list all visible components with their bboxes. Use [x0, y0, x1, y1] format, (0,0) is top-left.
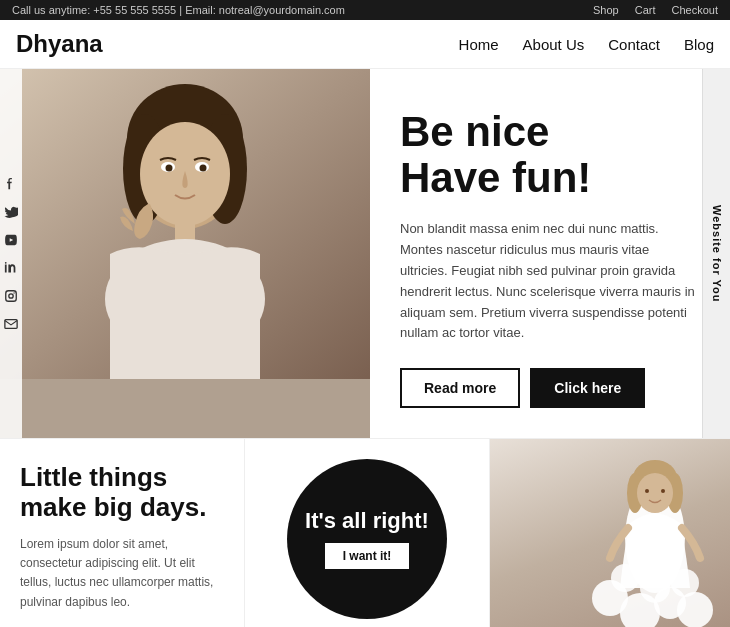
facebook-icon[interactable] — [2, 175, 20, 193]
middle-center: It's all right! I want it! — [245, 439, 490, 627]
youtube-icon[interactable] — [2, 231, 20, 249]
hero-section: Be nice Have fun! Non blandit massa enim… — [0, 69, 730, 438]
svg-point-29 — [637, 473, 673, 513]
read-more-button[interactable]: Read more — [400, 368, 520, 408]
checkout-link[interactable]: Checkout — [672, 4, 718, 16]
svg-point-30 — [645, 489, 649, 493]
email-icon[interactable] — [2, 315, 20, 333]
header: Dhyana Home About Us Contact Blog — [0, 20, 730, 69]
hero-buttons: Read more Click here — [400, 368, 700, 408]
svg-rect-3 — [5, 319, 17, 328]
main-nav: Home About Us Contact Blog — [459, 36, 714, 53]
side-socials — [0, 69, 22, 438]
middle-left-text: Lorem ipsum dolor sit amet, consectetur … — [20, 535, 224, 612]
instagram-icon[interactable] — [2, 287, 20, 305]
cart-link[interactable]: Cart — [635, 4, 656, 16]
svg-rect-0 — [6, 290, 17, 301]
svg-point-2 — [13, 292, 14, 293]
logo[interactable]: Dhyana — [16, 30, 103, 58]
circle-card-title: It's all right! — [305, 509, 429, 533]
nav-about[interactable]: About Us — [523, 36, 585, 53]
shop-link[interactable]: Shop — [593, 4, 619, 16]
linkedin-icon[interactable] — [2, 259, 20, 277]
middle-section: Little things make big days. Lorem ipsum… — [0, 438, 730, 627]
contact-info: Call us anytime: +55 55 555 5555 | Email… — [12, 4, 345, 16]
top-bar: Call us anytime: +55 55 555 5555 | Email… — [0, 0, 730, 20]
svg-point-31 — [661, 489, 665, 493]
middle-left: Little things make big days. Lorem ipsum… — [0, 439, 245, 627]
nav-home[interactable]: Home — [459, 36, 499, 53]
vertical-banner[interactable]: Website for You — [702, 69, 730, 438]
nav-contact[interactable]: Contact — [608, 36, 660, 53]
hero-content: Be nice Have fun! Non blandit massa enim… — [370, 69, 730, 438]
woman-balloon-illustration — [590, 448, 720, 627]
svg-point-1 — [9, 293, 13, 297]
hero-title: Be nice Have fun! — [400, 109, 700, 201]
hero-image — [0, 69, 370, 438]
svg-point-20 — [677, 592, 713, 627]
click-here-button[interactable]: Click here — [530, 368, 645, 408]
circle-card: It's all right! I want it! — [287, 459, 447, 619]
hero-body: Non blandit massa enim nec dui nunc matt… — [400, 219, 700, 344]
middle-left-title: Little things make big days. — [20, 463, 224, 523]
nav-blog[interactable]: Blog — [684, 36, 714, 53]
top-bar-links: Shop Cart Checkout — [593, 4, 718, 16]
svg-point-14 — [200, 165, 207, 172]
svg-point-13 — [166, 165, 173, 172]
middle-right-image — [490, 439, 730, 627]
i-want-it-button[interactable]: I want it! — [325, 543, 410, 569]
twitter-icon[interactable] — [2, 203, 20, 221]
